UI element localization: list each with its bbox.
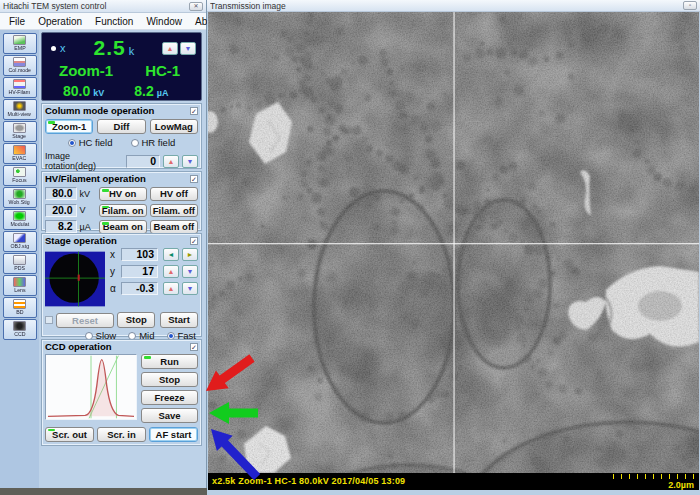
window-restore-icon[interactable]: ▫ (683, 1, 697, 10)
axis-value-field[interactable]: 17 (121, 265, 158, 278)
stage-stop-button[interactable]: Stop (117, 312, 155, 328)
button-label: Run (160, 356, 178, 367)
button-label: Scr. out (52, 429, 87, 440)
tem-micrograph[interactable] (208, 12, 699, 473)
ccd-scr--in-button[interactable]: Scr. in (97, 427, 146, 442)
ccd-icon (13, 321, 26, 331)
sidebar-button-objstg[interactable]: OBJ.stg (3, 231, 37, 252)
sidebar-button-wobstig[interactable]: Wob.Stig (3, 187, 37, 208)
stage-position-marker (78, 275, 80, 281)
ccd-stop-button[interactable]: Stop (141, 372, 198, 387)
menu-item-file[interactable]: File (9, 16, 25, 27)
ccd-scr--out-button[interactable]: Scr. out (45, 427, 94, 442)
ccd-freeze-button[interactable]: Freeze (141, 390, 198, 405)
menu-item-window[interactable]: Window (146, 16, 182, 27)
sidebar-button-emp[interactable]: EMP (3, 33, 37, 54)
axis-down-icon[interactable]: ▼ (182, 282, 198, 295)
ccd-save-button[interactable]: Save (141, 408, 198, 423)
sidebar-button-focus[interactable]: Focus (3, 165, 37, 186)
scale-tick (613, 474, 615, 479)
rotation-up-icon[interactable]: ▲ (163, 155, 179, 168)
axis-up-icon[interactable]: ▲ (163, 282, 179, 295)
sidebar-button-ccd[interactable]: CCD (3, 319, 37, 340)
sidebar-button-label: HV-Filam (9, 89, 30, 95)
stage-axis-row-y: y17▲▼ (110, 265, 198, 278)
axis-up-icon[interactable]: ▲ (163, 265, 179, 278)
axis-right-icon[interactable]: ► (182, 248, 198, 261)
radio-hr-field[interactable]: HR field (131, 137, 176, 148)
radio-label: HC field (79, 137, 113, 148)
hv-readout: 80.0 (63, 83, 90, 99)
axis-down-icon[interactable]: ▼ (182, 265, 198, 278)
unit-label: µA (80, 222, 96, 232)
stage-section: Stage operation ✓ x103◄►y17▲▼α-0.3▲▼ (41, 233, 202, 337)
stage-start-button[interactable]: Start (160, 312, 198, 328)
image-window-titlebar: Transmission image ▫ (207, 0, 700, 12)
value-field[interactable]: 8.2 (45, 220, 77, 233)
toolbar-icon-strip: EMPCol.modeHV-FilamMulti-viewStageEVACFo… (0, 30, 39, 488)
sidebar-button-lens[interactable]: Lens (3, 275, 37, 296)
reset-checkbox[interactable] (45, 316, 53, 324)
sidebar-button-evac[interactable]: EVAC (3, 143, 37, 164)
sidebar-button-pds[interactable]: PDS (3, 253, 37, 274)
multiview-icon (13, 101, 26, 111)
hvfilam-icon (13, 79, 26, 89)
hv-readout-unit: kV (93, 88, 104, 98)
column-mode-collapse-checkbox[interactable]: ✓ (190, 107, 198, 115)
button-label: AF start (156, 429, 192, 440)
button-label: Save (158, 410, 180, 421)
sidebar-button-bd[interactable]: BD (3, 297, 37, 318)
hv-filament-collapse-checkbox[interactable]: ✓ (190, 175, 198, 183)
menu-item-operation[interactable]: Operation (38, 16, 82, 27)
off-button[interactable]: HV off (150, 187, 198, 201)
sidebar-button-modulat[interactable]: Modulat (3, 209, 37, 230)
close-icon[interactable]: ✕ (189, 2, 203, 11)
on-button[interactable]: Beam on (99, 220, 147, 234)
sidebar-button-colmode[interactable]: Col.mode (3, 55, 37, 76)
axis-label: y (110, 266, 118, 277)
value-field[interactable]: 20.0 (45, 204, 77, 217)
scale-tick (685, 474, 687, 479)
led-indicator (48, 121, 55, 124)
column-mode-button-diff[interactable]: Diff (97, 119, 145, 134)
sidebar-button-stage[interactable]: Stage (3, 121, 37, 142)
button-label: Stop (159, 374, 180, 385)
scale-tick (693, 474, 695, 479)
ccd-run-button[interactable]: Run (141, 354, 198, 369)
radio-hc-field[interactable]: HC field (68, 137, 113, 148)
image-rotation-value[interactable]: 0 (126, 155, 160, 168)
focus-icon (13, 167, 26, 177)
sidebar-button-label: BD (16, 309, 23, 315)
stage-collapse-checkbox[interactable]: ✓ (190, 237, 198, 245)
axis-value-field[interactable]: 103 (121, 248, 158, 261)
sidebar-button-multiview[interactable]: Multi-view (3, 99, 37, 120)
stage-title: Stage operation (45, 235, 117, 246)
value-field[interactable]: 80.0 (45, 187, 77, 200)
stage-icon (13, 123, 26, 133)
menu-item-function[interactable]: Function (95, 16, 133, 27)
hv-filament-row: 80.0kVHV onHV off (45, 187, 198, 201)
reset-button[interactable]: Reset (56, 313, 115, 328)
off-button[interactable]: Beam off (150, 220, 198, 234)
sidebar-button-hvfilam[interactable]: HV-Filam (3, 77, 37, 98)
scale-tick (661, 474, 663, 479)
axis-left-icon[interactable]: ◄ (163, 248, 179, 261)
column-mode-button-zoom-1[interactable]: Zoom-1 (45, 119, 93, 134)
rotation-down-icon[interactable]: ▼ (182, 155, 198, 168)
mag-down-icon[interactable]: ▼ (180, 42, 196, 55)
button-label: Freeze (154, 392, 184, 403)
ccd-collapse-checkbox[interactable]: ✓ (190, 343, 198, 351)
on-button[interactable]: Filam. on (99, 204, 147, 218)
on-button[interactable]: HV on (99, 187, 147, 201)
mag-prefix: x (60, 42, 66, 54)
magnification-unit: k (129, 45, 135, 57)
axis-value-field[interactable]: -0.3 (121, 282, 158, 295)
column-mode-button-lowmag[interactable]: LowMag (150, 119, 198, 134)
scale-tick (637, 474, 639, 479)
readout-panel: x 2.5 k ▲ ▼ Zoom-1 HC-1 80.0 k (41, 32, 202, 101)
off-button[interactable]: Filam. off (150, 204, 198, 218)
mag-up-icon[interactable]: ▲ (162, 42, 178, 55)
stage-position-map[interactable] (45, 248, 105, 310)
ccd-af-start-button[interactable]: AF start (149, 427, 198, 442)
unit-label: kV (80, 189, 96, 199)
